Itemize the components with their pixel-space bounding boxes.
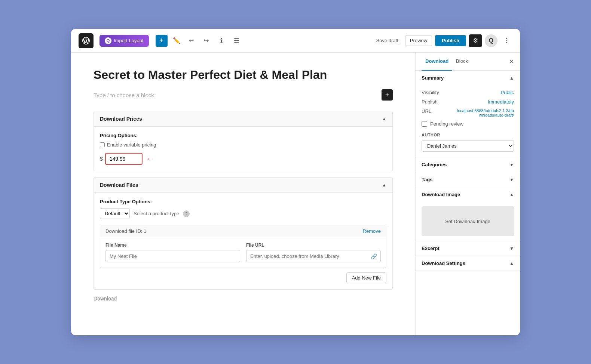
price-arrow-indicator: ← <box>146 155 153 163</box>
url-label: URL <box>422 108 444 114</box>
tab-block[interactable]: Block <box>452 53 472 71</box>
enable-variable-pricing-checkbox[interactable] <box>100 142 105 147</box>
file-inputs: File Name File URL 🔗 <box>100 237 386 268</box>
file-block-header: Download file ID: 1 Remove <box>100 225 386 237</box>
select-product-type-hint: Select a product type <box>134 211 179 216</box>
add-block-toolbar-button[interactable]: + <box>156 35 168 47</box>
enable-variable-pricing-label: Enable variable pricing <box>107 142 156 148</box>
dollar-sign: $ <box>100 156 103 162</box>
more-options-button[interactable]: ⋮ <box>500 35 512 47</box>
file-url-input[interactable] <box>246 250 381 262</box>
wordpress-icon <box>82 36 91 45</box>
excerpt-header[interactable]: Excerpt ▼ <box>416 241 520 256</box>
download-files-metabox: Download Files ▲ Product Type Options: D… <box>94 177 393 290</box>
product-type-select[interactable]: Default <box>100 208 130 219</box>
list-view-button[interactable]: ☰ <box>230 35 242 47</box>
download-settings-title: Download Settings <box>422 260 465 266</box>
summary-section: Summary ▲ Visibility Public Publish Imme… <box>416 71 520 157</box>
file-name-input[interactable] <box>105 250 240 262</box>
summary-section-title: Summary <box>422 75 444 81</box>
download-image-body: Set Download Image <box>416 202 520 241</box>
download-image-chevron: ▲ <box>509 192 514 197</box>
file-url-wrapper: 🔗 <box>246 250 381 262</box>
excerpt-chevron: ▼ <box>509 246 514 251</box>
summary-section-body: Visibility Public Publish Immediately UR… <box>416 85 520 131</box>
tags-chevron: ▼ <box>509 177 514 182</box>
settings-icon[interactable]: ⚙ <box>469 34 482 47</box>
download-image-header[interactable]: Download Image ▲ <box>416 187 520 202</box>
user-avatar[interactable]: Q <box>485 34 497 47</box>
author-label: AUTHOR <box>422 133 514 137</box>
tags-header[interactable]: Tags ▼ <box>416 172 520 187</box>
price-input-row: $ ← <box>100 153 386 165</box>
add-new-file-button[interactable]: Add New File <box>346 272 386 283</box>
set-download-image-label: Set Download Image <box>445 219 490 224</box>
post-title[interactable]: Secret to Master Perfect Diet & Meal Pla… <box>94 68 393 82</box>
publish-value[interactable]: Immediately <box>488 99 514 105</box>
categories-header[interactable]: Categories ▼ <box>416 157 520 172</box>
download-prices-body: Pricing Options: Enable variable pricing… <box>94 127 392 171</box>
pricing-options-label: Pricing Options: <box>100 133 386 138</box>
excerpt-section: Excerpt ▼ <box>416 241 520 256</box>
tags-section: Tags ▼ <box>416 172 520 187</box>
sidebar-close-button[interactable]: ✕ <box>509 58 514 65</box>
add-block-inline-button[interactable]: + <box>382 89 393 101</box>
file-name-label: File Name <box>105 243 240 248</box>
info-button[interactable]: ℹ <box>215 35 227 47</box>
set-download-image-button[interactable]: Set Download Image <box>422 206 514 236</box>
import-layout-label: Import Layout <box>114 38 144 43</box>
summary-chevron: ▲ <box>509 75 514 81</box>
pending-review-checkbox[interactable] <box>422 121 427 127</box>
add-new-file-row: Add New File <box>100 272 386 283</box>
tags-title: Tags <box>422 177 432 182</box>
app-window: Q Import Layout + ✏️ ↩ ↪ ℹ ☰ Save draft … <box>71 29 520 335</box>
pending-review-label: Pending review <box>430 121 463 127</box>
main-content: Secret to Master Perfect Diet & Meal Pla… <box>71 53 520 335</box>
categories-section: Categories ▼ <box>416 157 520 172</box>
save-draft-button[interactable]: Save draft <box>373 36 402 46</box>
preview-button[interactable]: Preview <box>405 35 432 46</box>
url-value[interactable]: localhost:8888/tutorials2.1.2/downloads/… <box>454 108 514 117</box>
download-prices-header[interactable]: Download Prices ▲ <box>94 111 392 127</box>
publish-label: Publish <box>422 99 444 105</box>
undo-button[interactable]: ↩ <box>186 35 197 47</box>
url-row: URL localhost:8888/tutorials2.1.2/downlo… <box>422 108 514 117</box>
sidebar-tabs: Download Block ✕ <box>416 53 520 71</box>
help-icon[interactable]: ? <box>183 210 190 217</box>
categories-title: Categories <box>422 162 447 167</box>
toolbar: Q Import Layout + ✏️ ↩ ↪ ℹ ☰ Save draft … <box>71 29 520 53</box>
categories-chevron: ▼ <box>509 162 514 167</box>
download-settings-header[interactable]: Download Settings ▲ <box>416 256 520 271</box>
wp-logo <box>79 33 94 48</box>
visibility-label: Visibility <box>422 90 444 95</box>
download-files-chevron: ▲ <box>382 182 386 188</box>
sidebar: Download Block ✕ Summary ▲ Visibility Pu… <box>415 53 520 335</box>
price-input[interactable] <box>105 153 143 165</box>
download-files-body: Product Type Options: Default Select a p… <box>94 193 392 289</box>
import-layout-button[interactable]: Q Import Layout <box>99 35 149 47</box>
redo-button[interactable]: ↪ <box>200 35 212 47</box>
author-select[interactable]: Daniel James <box>422 140 514 152</box>
excerpt-title: Excerpt <box>422 246 440 251</box>
summary-section-header[interactable]: Summary ▲ <box>416 71 520 85</box>
product-type-label: Product Type Options: <box>100 199 386 204</box>
publish-row: Publish Immediately <box>422 99 514 105</box>
pending-review-row: Pending review <box>422 121 514 127</box>
download-image-section: Download Image ▲ Set Download Image <box>416 187 520 241</box>
tab-download[interactable]: Download <box>422 53 452 71</box>
publish-button[interactable]: Publish <box>435 35 466 46</box>
download-prices-chevron: ▲ <box>382 116 386 121</box>
author-section: AUTHOR Daniel James <box>416 131 520 157</box>
visibility-value[interactable]: Public <box>501 90 514 95</box>
download-footer-label: Download <box>94 296 393 302</box>
remove-file-link[interactable]: Remove <box>363 228 381 234</box>
download-files-header[interactable]: Download Files ▲ <box>94 178 392 193</box>
edit-icon-button[interactable]: ✏️ <box>171 35 183 47</box>
file-block: Download file ID: 1 Remove File Name Fil… <box>100 225 386 268</box>
download-settings-chevron: ▲ <box>509 261 514 266</box>
visibility-row: Visibility Public <box>422 90 514 95</box>
file-url-group: File URL 🔗 <box>246 243 381 262</box>
block-placeholder-text: Type / to choose a block <box>94 92 154 98</box>
download-image-title: Download Image <box>422 192 460 197</box>
product-type-row: Default Select a product type ? <box>100 208 386 219</box>
